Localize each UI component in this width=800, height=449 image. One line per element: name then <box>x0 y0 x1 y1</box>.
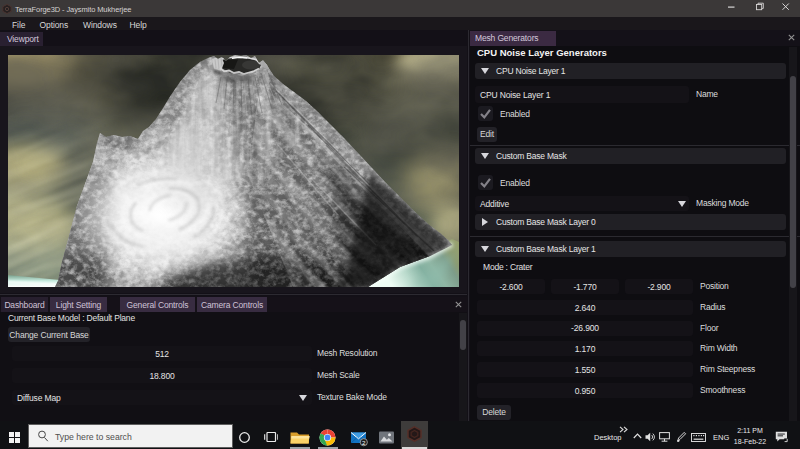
mask-enabled-label: Enabled <box>500 178 530 188</box>
collapse-arrow-icon <box>481 246 489 252</box>
language-indicator[interactable]: ENG <box>713 433 729 442</box>
mesh-scale-label: Mesh Scale <box>317 370 359 380</box>
show-hidden-icons-chevron[interactable] <box>633 433 642 439</box>
smoothness-label: Smoothness <box>700 385 745 395</box>
tab-camera-controls[interactable]: Camera Controls <box>197 297 267 312</box>
dashboard-scrollbar-thumb[interactable] <box>460 320 466 350</box>
separator <box>470 145 800 146</box>
layer-name-input[interactable]: CPU Noise Layer 1 <box>475 86 689 103</box>
mesh-scale-input[interactable]: 18.800 <box>12 368 312 383</box>
masking-mode-combo[interactable]: Additive <box>475 196 689 211</box>
tab-general-controls[interactable]: General Controls <box>120 297 195 312</box>
position-label: Position <box>700 281 729 291</box>
photos-icon[interactable] <box>378 431 395 444</box>
collapse-arrow-icon <box>481 153 489 159</box>
cortana-icon[interactable] <box>238 431 251 444</box>
masking-mode-label: Masking Mode <box>696 198 749 208</box>
clock-time[interactable]: 2:11 PM <box>736 427 764 434</box>
menu-file[interactable]: File <box>12 20 25 30</box>
current-base-model-label: Current Base Model : Default Plane <box>8 313 135 323</box>
tab-light-setting[interactable]: Light Setting <box>50 297 107 312</box>
window-title: TerraForge3D - Jaysmito Mukherjee <box>15 5 131 14</box>
panel-title: CPU Noise Layer Generators <box>477 47 607 58</box>
custom-base-mask-header[interactable]: Custom Base Mask <box>475 148 786 164</box>
chrome-icon[interactable] <box>319 429 336 446</box>
caption-buttons <box>720 0 800 17</box>
minimize-button[interactable] <box>728 7 735 8</box>
mask-layer1-header[interactable]: Custom Base Mask Layer 1 <box>475 241 786 257</box>
rim-width-input[interactable]: 1.170 <box>477 341 693 356</box>
position-x-input[interactable]: -2.600 <box>477 279 545 294</box>
taskbar: Type here to search 2 <box>0 421 800 449</box>
tab-mesh-generators[interactable]: Mesh Generators <box>470 31 556 46</box>
search-placeholder: Type here to search <box>55 432 132 442</box>
floor-input[interactable]: -26.900 <box>477 321 693 336</box>
mesh-resolution-label: Mesh Resolution <box>317 348 377 358</box>
combo-arrow-icon <box>678 201 686 207</box>
rim-steepness-label: Rim Steepness <box>700 364 755 374</box>
texture-bake-mode-label: Texture Bake Mode <box>317 392 387 402</box>
touch-keyboard-icon[interactable] <box>691 433 706 442</box>
radius-input[interactable]: 2.640 <box>477 300 693 315</box>
network-icon[interactable] <box>659 432 670 442</box>
rim-width-label: Rim Width <box>700 343 737 353</box>
smoothness-input[interactable]: 0.950 <box>477 383 693 398</box>
floor-label: Floor <box>700 323 718 333</box>
dashboard-scrollbar[interactable] <box>459 313 467 421</box>
terraforge-icon <box>407 426 422 442</box>
mesh-panel-close-icon[interactable] <box>787 33 798 44</box>
task-view-icon[interactable] <box>264 431 278 443</box>
title-bar: TerraForge3D - Jaysmito Mukherjee <box>0 0 800 17</box>
check-icon <box>478 175 493 190</box>
delete-button[interactable]: Delete <box>477 405 511 420</box>
mail-badge: 2 <box>362 439 366 446</box>
file-explorer-icon[interactable] <box>290 430 310 445</box>
mail-icon[interactable]: 2 <box>350 430 369 447</box>
taskbar-search[interactable]: Type here to search <box>28 424 233 448</box>
close-button[interactable] <box>783 4 789 10</box>
clock-date[interactable]: 18-Feb-22 <box>733 438 767 445</box>
mask-enabled-checkbox[interactable] <box>478 175 493 190</box>
tab-dashboard[interactable]: Dashboard <box>1 297 48 312</box>
menu-options[interactable]: Options <box>40 20 69 30</box>
position-y-input[interactable]: -1.770 <box>551 279 619 294</box>
radius-label: Radius <box>700 302 725 312</box>
rim-steepness-input[interactable]: 1.550 <box>477 362 693 377</box>
enabled-checkbox[interactable] <box>478 106 493 121</box>
action-center-icon[interactable] <box>775 431 788 443</box>
desktop-toolbar-label[interactable]: Desktop <box>594 433 622 442</box>
texture-bake-mode-combo[interactable]: Diffuse Map <box>12 390 312 405</box>
mesh-panel-scrollbar[interactable] <box>789 47 797 421</box>
mesh-resolution-input[interactable]: 512 <box>12 346 312 361</box>
toolbar-expand-icon[interactable] <box>619 426 629 433</box>
combo-arrow-icon <box>299 395 307 401</box>
pen-icon[interactable] <box>676 431 687 443</box>
volume-icon[interactable] <box>645 432 655 442</box>
menu-bar: File Options Windows Help <box>0 17 800 30</box>
separator <box>470 236 800 237</box>
name-label: Name <box>696 89 718 99</box>
tab-viewport[interactable]: Viewport <box>0 32 43 46</box>
search-icon <box>37 430 49 443</box>
terraforge-taskbar-button[interactable] <box>401 421 428 449</box>
cpu-noise-layer-header[interactable]: CPU Noise Layer 1 <box>475 63 786 79</box>
menu-help[interactable]: Help <box>130 20 147 30</box>
mesh-panel-scrollbar-thumb[interactable] <box>790 76 796 288</box>
edit-button[interactable]: Edit <box>477 127 497 142</box>
maximize-button[interactable] <box>757 3 764 10</box>
app-logo-icon <box>2 4 12 14</box>
position-z-input[interactable]: -2.900 <box>625 279 693 294</box>
expand-arrow-icon <box>482 218 488 226</box>
enabled-label: Enabled <box>500 109 530 119</box>
start-button[interactable] <box>9 432 20 443</box>
dashboard-close-icon[interactable] <box>454 300 465 311</box>
check-icon <box>478 106 493 121</box>
terrain-3d-render[interactable] <box>8 55 459 287</box>
collapse-arrow-icon <box>481 68 489 74</box>
menu-windows[interactable]: Windows <box>83 20 117 30</box>
mode-label: Mode : Crater <box>483 262 532 272</box>
mask-layer0-header[interactable]: Custom Base Mask Layer 0 <box>475 214 786 230</box>
change-current-base-button[interactable]: Change Current Base <box>8 327 90 342</box>
